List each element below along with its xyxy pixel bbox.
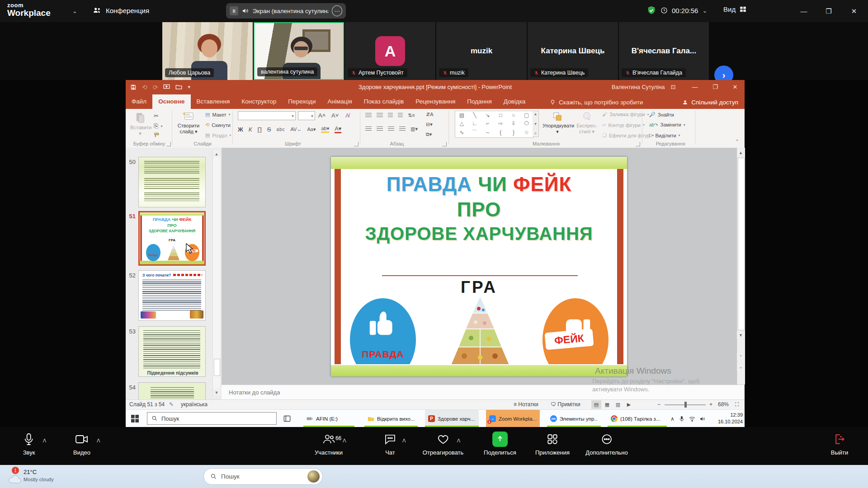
tab-review[interactable]: Рецензування bbox=[410, 94, 461, 109]
slideshow-view-icon[interactable]: ▶ bbox=[624, 400, 634, 409]
strikethrough-icon[interactable]: S bbox=[267, 126, 271, 133]
zoom-slider-thumb[interactable] bbox=[684, 402, 687, 408]
minimize-button[interactable]: — bbox=[793, 0, 814, 22]
tab-transitions[interactable]: Переходи bbox=[282, 94, 321, 109]
tab-help[interactable]: Довідка bbox=[498, 94, 532, 109]
taskbar-app-afin[interactable]: AFIN (E:) bbox=[303, 410, 354, 427]
canvas-scroll-thumb[interactable] bbox=[738, 158, 745, 330]
replace-button[interactable]: ab↷Замінити ▾ bbox=[649, 122, 685, 127]
leave-button[interactable]: Выйти bbox=[831, 432, 849, 456]
slide-canvas-area[interactable]: ПРАВДА ЧИ ФЕЙК ПРО ЗДОРОВЕ ХАРЧУВАННЯ ГР… bbox=[222, 148, 745, 385]
clear-format-icon[interactable]: A̸ bbox=[345, 112, 349, 119]
increase-indent-icon[interactable] bbox=[398, 113, 403, 118]
participant-tile[interactable]: А Артем Пустовойт bbox=[345, 22, 435, 80]
font-dialog-launcher[interactable] bbox=[354, 142, 359, 146]
shape-outline-button[interactable]: ▱Контур фігури ▾ bbox=[602, 122, 645, 128]
participant-tile[interactable]: Любов Царьова bbox=[162, 22, 253, 80]
tell-me-box[interactable]: Скажіть, що потрібно зробити bbox=[550, 99, 643, 106]
more-button[interactable]: Дополнительно bbox=[585, 432, 628, 456]
ribbon-options-icon[interactable]: ⊡ bbox=[664, 80, 683, 94]
notes-pane[interactable]: Нотатки до слайда bbox=[222, 385, 745, 400]
paste-button[interactable]: Вставити▾ bbox=[130, 112, 150, 136]
ppt-minimize-button[interactable]: — bbox=[685, 80, 704, 94]
slide-thumbnail-panel[interactable]: 50 51 ПРАВДА ЧИ ФЕЙК ПРО ЗДОРОВЕ ХАРЧУВА… bbox=[126, 148, 222, 399]
apps-button[interactable]: Приложения bbox=[535, 432, 570, 456]
fit-slide-icon[interactable]: ⛶ bbox=[735, 401, 739, 408]
reset-button[interactable]: ⟲Скинути bbox=[205, 122, 231, 128]
copy-icon[interactable]: ⎘▾ bbox=[154, 122, 162, 130]
tab-slideshow[interactable]: Показ слайдів bbox=[358, 94, 410, 109]
columns-icon[interactable]: ▥▾ bbox=[410, 126, 418, 132]
share-button[interactable]: Спільний доступ bbox=[682, 99, 738, 106]
new-slide-button[interactable]: Створити слайд ▾ bbox=[175, 112, 202, 135]
underline-icon[interactable]: П bbox=[257, 126, 261, 133]
next-slide-button[interactable]: ⌄ bbox=[737, 363, 745, 371]
participant-tile[interactable]: Катерина Швець Катерина Швець bbox=[528, 22, 618, 80]
taskbar-app-powerpoint[interactable]: P Здорове харч... bbox=[425, 410, 479, 427]
slide-thumb-53[interactable]: Підведення підсумків bbox=[138, 326, 206, 377]
tab-more-icon[interactable]: ⋯ bbox=[332, 5, 342, 16]
zoom-in-icon[interactable]: + bbox=[709, 401, 712, 408]
ppt-close-button[interactable]: ✕ bbox=[726, 80, 745, 94]
numbering-icon[interactable] bbox=[377, 113, 383, 118]
layout-button[interactable]: ▤Макет ▾ bbox=[205, 112, 231, 117]
text-direction-icon[interactable]: ⇵A bbox=[426, 112, 434, 117]
section-button[interactable]: ▤Розділ ▾ bbox=[205, 132, 231, 138]
tab-insert[interactable]: Вставлення bbox=[191, 94, 236, 109]
chat-button[interactable]: Чат ᐱ bbox=[384, 432, 396, 456]
reading-view-icon[interactable]: ▥ bbox=[613, 400, 623, 409]
justify-icon[interactable] bbox=[399, 127, 406, 131]
audio-button[interactable]: Звук ᐱ bbox=[23, 432, 35, 456]
shape-effects-button[interactable]: ❏Ефекти для фігур ▾ bbox=[602, 132, 654, 138]
close-button[interactable]: ✕ bbox=[844, 0, 864, 22]
chevron-down-icon[interactable]: ⌄ bbox=[72, 8, 77, 14]
bold-icon[interactable]: Ж bbox=[238, 126, 243, 133]
clipboard-dialog-launcher[interactable] bbox=[166, 142, 171, 146]
participants-button[interactable]: Участники 66 ᐱ bbox=[315, 432, 343, 456]
tray-chevron-icon[interactable]: ∧ bbox=[670, 416, 675, 422]
zoom-out-icon[interactable]: − bbox=[657, 401, 660, 408]
participants-chevron[interactable]: ᐱ bbox=[343, 438, 346, 444]
tray-network-icon[interactable] bbox=[689, 416, 695, 422]
tab-view[interactable]: Подання bbox=[461, 94, 498, 109]
panel-scroll-down-icon[interactable]: ▼ bbox=[213, 389, 220, 396]
previous-slide-button[interactable]: ⌃ bbox=[737, 353, 745, 361]
audio-options-chevron[interactable]: ᐱ bbox=[43, 438, 47, 444]
video-button[interactable]: Видео ᐱ bbox=[73, 432, 90, 456]
security-shield-icon[interactable] bbox=[646, 5, 656, 15]
video-options-chevron[interactable]: ᐱ bbox=[97, 438, 100, 444]
slide-51[interactable]: ПРАВДА ЧИ ФЕЙК ПРО ЗДОРОВЕ ХАРЧУВАННЯ ГР… bbox=[331, 157, 627, 376]
normal-view-icon[interactable]: ▤ bbox=[591, 400, 601, 409]
smartart-icon[interactable]: ⧉▾ bbox=[426, 131, 432, 137]
select-button[interactable]: ▷Виділити ▾ bbox=[649, 132, 680, 138]
taskbar-app-zoom2[interactable]: zm Элементы упр... bbox=[547, 410, 601, 427]
shapes-gallery[interactable]: ▤╲↘□○▢ △∟⌐⇨⇩⬠ ∿⌒～{}☆ bbox=[455, 111, 533, 138]
slide-thumb-54[interactable] bbox=[138, 382, 206, 399]
canvas-scroll-up-icon[interactable]: ▲ bbox=[737, 149, 745, 156]
paragraph-dialog-launcher[interactable] bbox=[442, 142, 447, 146]
panel-scroll-up-icon[interactable]: ▲ bbox=[213, 150, 220, 158]
notes-toggle[interactable]: ≡ Нотатки bbox=[514, 401, 538, 408]
font-color-icon[interactable]: A▾ bbox=[335, 125, 341, 133]
tab-animations[interactable]: Анімація bbox=[322, 94, 358, 109]
view-button[interactable]: Вид bbox=[723, 5, 747, 13]
comments-toggle[interactable]: 🗨 Примітки bbox=[551, 401, 580, 408]
chat-chevron[interactable]: ᐱ bbox=[402, 438, 406, 444]
change-case-icon[interactable]: Aa▾ bbox=[307, 127, 316, 132]
panel-scrollbar[interactable]: ▲ ▼ bbox=[212, 150, 220, 396]
tray-mic-icon[interactable] bbox=[679, 416, 684, 422]
language-label[interactable]: українська bbox=[181, 401, 208, 408]
participant-tile-active[interactable]: валентина сутулина bbox=[254, 22, 344, 80]
shrink-font-icon[interactable]: A˅ bbox=[331, 112, 339, 119]
participant-tile[interactable]: В'ячеслав Гала... В'ячеслав Галайда bbox=[619, 22, 709, 80]
panel-scroll-thumb[interactable] bbox=[214, 359, 220, 376]
taskbar-app-zoom-alert[interactable]: ⌄1 Zoom Workpla... bbox=[486, 410, 540, 427]
react-chevron[interactable]: ᐱ bbox=[457, 438, 461, 444]
ppt-restore-button[interactable]: ❐ bbox=[706, 80, 725, 94]
find-button[interactable]: 🔎Знайти bbox=[649, 112, 674, 117]
participant-tile[interactable]: muzik muzik bbox=[436, 22, 527, 80]
slide-thumb-51-selected[interactable]: ПРАВДА ЧИ ФЕЙК ПРО ЗДОРОВЕ ХАРЧУВАННЯ ГР… bbox=[138, 211, 206, 266]
arrange-button[interactable]: Упорядкувати▾ bbox=[542, 112, 572, 135]
text-shadow-icon[interactable]: abc bbox=[276, 127, 285, 132]
cut-icon[interactable]: ✂ bbox=[154, 113, 159, 119]
